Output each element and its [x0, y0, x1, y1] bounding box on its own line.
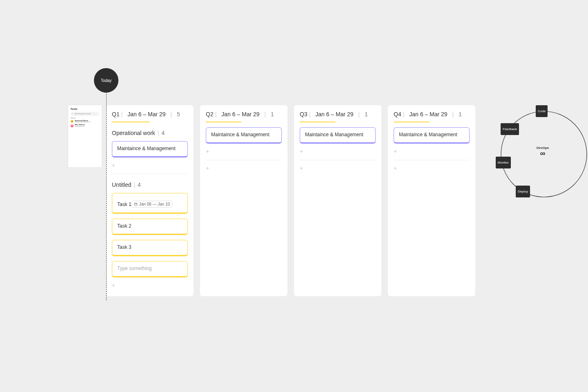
column-underline [112, 122, 150, 122]
add-task-button[interactable]: + [112, 162, 188, 168]
devops-stage-tag[interactable]: Feedback [501, 123, 519, 135]
column-underline [394, 122, 429, 122]
calendar-icon [134, 202, 138, 206]
task-card[interactable]: Maintaince & Management [394, 127, 470, 144]
column-header[interactable]: Q2| Jan 6 – Mar 29 | 1 [206, 111, 282, 117]
task-card[interactable]: Task 2 [112, 219, 188, 235]
task-title: Maintaince & Management [399, 132, 457, 137]
svg-rect-2 [134, 203, 137, 206]
column-underline [300, 122, 335, 122]
add-task-button[interactable]: + [206, 148, 282, 154]
kanban-board: Q1| Jan 6 – Mar 29 | 5Operational work|4… [106, 105, 475, 296]
add-task-button[interactable]: + [394, 165, 470, 171]
task-card[interactable]: Maintaince & Management [206, 127, 282, 144]
task-title: Maintaince & Management [305, 132, 363, 137]
add-task-button[interactable]: + [206, 165, 282, 171]
column-header[interactable]: Q4| Jan 6 – Mar 29 | 1 [394, 111, 470, 117]
group-divider [112, 174, 188, 174]
column-range: Jan 6 – Mar 29 [315, 111, 353, 117]
add-task-button[interactable]: + [394, 148, 470, 154]
svg-line-1 [73, 114, 73, 114]
column-quarter: Q1 [112, 111, 120, 117]
column-underline [206, 122, 241, 122]
task-card[interactable]: Maintaince & Management [112, 141, 188, 157]
today-label: Today [101, 78, 112, 83]
today-line [106, 92, 107, 300]
board-column: Q2| Jan 6 – Mar 29 | 1Maintaince & Manag… [200, 105, 287, 296]
column-quarter: Q4 [394, 111, 401, 117]
devops-center: DevOps ∞ [537, 146, 549, 157]
task-date-range: Jan 06 — Jan 10 [139, 202, 170, 206]
group-title: Untitled [112, 182, 131, 188]
board-column: Q3| Jan 6 – Mar 29 | 1Maintaince & Manag… [294, 105, 381, 296]
group-count: 4 [161, 130, 165, 136]
task-card[interactable]: Task 1Jan 06 — Jan 10 [112, 193, 188, 214]
group-divider [206, 160, 282, 160]
separator: | [265, 111, 266, 117]
separator: | [309, 111, 311, 117]
group-header[interactable]: Untitled|4 [112, 182, 188, 188]
people-title: People [71, 108, 99, 110]
people-search-input[interactable] [74, 113, 98, 115]
devops-stage-tag[interactable]: Code [536, 105, 548, 117]
column-quarter: Q2 [206, 111, 214, 117]
search-icon [72, 113, 73, 115]
board-column: Q1| Jan 6 – Mar 29 | 5Operational work|4… [106, 105, 194, 296]
column-header[interactable]: Q1| Jan 6 – Mar 29 | 5 [112, 111, 188, 117]
people-panel: People PEOPLE AAnastasia Dimovaanastasia… [68, 105, 102, 167]
devops-stage-tag[interactable]: Monitor [496, 157, 511, 168]
task-card[interactable]: Maintaince & Management [300, 127, 376, 144]
column-count: 1 [459, 111, 462, 117]
separator: | [403, 111, 405, 117]
group-divider [394, 160, 470, 160]
devops-infinity-icon: ∞ [537, 150, 549, 157]
task-title: Task 1 [117, 202, 131, 207]
avatar: A [71, 120, 74, 123]
task-input-placeholder: Type something [117, 266, 152, 271]
people-item[interactable]: MMars Dimitrosmars@mars.com [71, 124, 99, 127]
task-title: Task 2 [117, 223, 131, 229]
separator: | [171, 111, 172, 117]
devops-wheel: DevOps ∞ CodeFeedbackMonitorDeploy [489, 100, 588, 209]
group-header[interactable]: Operational work|4 [112, 130, 188, 136]
task-title: Task 3 [117, 244, 131, 250]
new-task-input-card[interactable]: Type something [112, 261, 188, 277]
separator: | [215, 111, 217, 117]
people-search[interactable] [71, 112, 99, 116]
column-count: 5 [177, 111, 180, 117]
separator: | [359, 111, 360, 117]
people-section-label: PEOPLE [71, 117, 99, 119]
column-range: Jan 6 – Mar 29 [127, 111, 165, 117]
task-card[interactable]: Task 3 [112, 240, 188, 256]
separator: | [134, 182, 135, 188]
separator: | [121, 111, 123, 117]
svg-point-0 [72, 113, 73, 114]
avatar: M [71, 124, 74, 127]
people-item[interactable]: AAnastasia Dimovaanastasia.dimova@mail.c… [71, 120, 99, 123]
board-column: Q4| Jan 6 – Mar 29 | 1Maintaince & Manag… [388, 105, 475, 296]
people-email: mars@mars.com [75, 126, 85, 127]
group-count: 4 [138, 182, 141, 188]
column-quarter: Q3 [300, 111, 307, 117]
column-header[interactable]: Q3| Jan 6 – Mar 29 | 1 [300, 111, 376, 117]
today-marker[interactable]: Today [94, 68, 118, 93]
task-date-chip[interactable]: Jan 06 — Jan 10 [131, 201, 173, 208]
add-task-button[interactable]: + [300, 165, 376, 171]
column-range: Jan 6 – Mar 29 [409, 111, 447, 117]
task-title: Maintaince & Management [117, 146, 176, 151]
devops-stage-tag[interactable]: Deploy [516, 186, 530, 197]
separator: | [452, 111, 454, 117]
add-task-button[interactable]: + [112, 282, 188, 288]
add-task-button[interactable]: + [300, 148, 376, 154]
group-divider [300, 160, 376, 160]
column-range: Jan 6 – Mar 29 [221, 111, 259, 117]
task-title: Maintaince & Management [211, 132, 270, 137]
people-email: anastasia.dimova@mail.com [75, 122, 90, 123]
group-title: Operational work [112, 130, 155, 136]
separator: | [158, 130, 159, 136]
column-count: 1 [271, 111, 274, 117]
column-count: 1 [365, 111, 368, 117]
